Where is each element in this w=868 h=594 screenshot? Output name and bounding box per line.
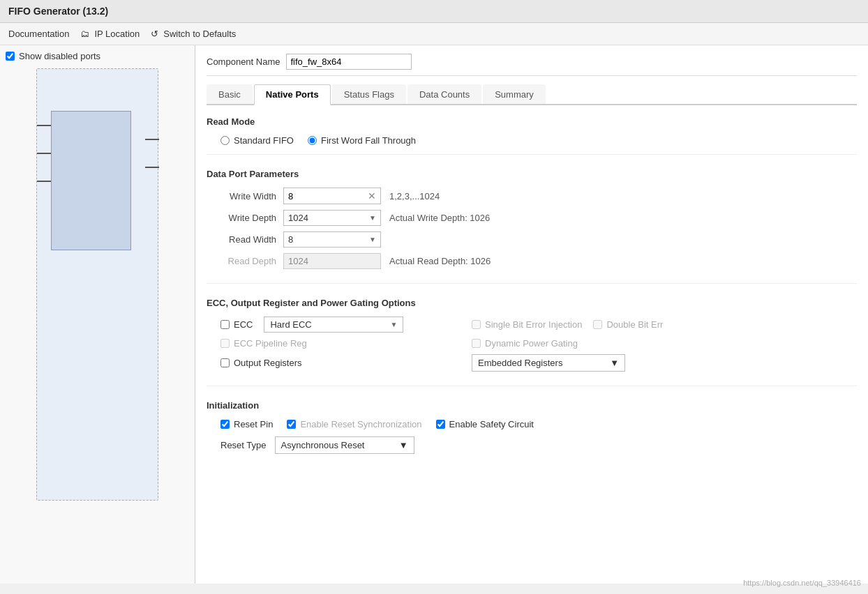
- refresh-icon: ↺: [151, 29, 158, 39]
- read-width-row: Read Width 8 ▼: [207, 231, 857, 247]
- main-layout: Show disabled ports Component Name Bas: [0, 45, 868, 584]
- clear-write-width-btn[interactable]: ✕: [365, 190, 379, 201]
- right-panel: Component Name Basic Native Ports Status…: [195, 45, 868, 584]
- output-registers-row: Output Registers Embedded Registers ▼: [207, 354, 857, 372]
- write-depth-arrow-icon: ▼: [369, 214, 376, 222]
- ecc-section: ECC, Output Register and Power Gating Op…: [207, 298, 857, 386]
- reset-type-dropdown[interactable]: Asynchronous Reset ▼: [275, 436, 414, 454]
- port-line: [37, 153, 51, 154]
- tab-summary[interactable]: Summary: [483, 84, 546, 104]
- ecc-pipeline-row: ECC Pipeline Reg Dynamic Power Gating: [207, 338, 857, 349]
- ecc-pipeline-right: Dynamic Power Gating: [472, 338, 857, 349]
- write-depth-hint: Actual Write Depth: 1026: [389, 213, 490, 223]
- output-registers-checkbox[interactable]: [220, 358, 230, 367]
- read-depth-value: 1024: [288, 256, 376, 266]
- ecc-section-title: ECC, Output Register and Power Gating Op…: [207, 298, 857, 308]
- read-mode-section: Read Mode Standard FIFO First Word Fall …: [207, 116, 857, 155]
- read-depth-row: Read Depth 1024 Actual Read Depth: 1026: [207, 253, 857, 269]
- read-width-arrow-icon: ▼: [369, 236, 376, 243]
- enable-reset-sync-label: Enable Reset Synchronization: [287, 419, 421, 429]
- enable-safety-label[interactable]: Enable Safety Circuit: [436, 419, 534, 429]
- dynamic-power-text: Dynamic Power Gating: [485, 338, 578, 349]
- reset-type-arrow-icon: ▼: [399, 440, 408, 450]
- tab-data-counts[interactable]: Data Counts: [407, 84, 481, 104]
- write-width-hint: 1,2,3,...1024: [389, 191, 440, 201]
- data-port-title: Data Port Parameters: [207, 169, 857, 179]
- port-line: [145, 139, 159, 140]
- reset-pin-checkbox[interactable]: [220, 420, 230, 429]
- radio-fwft-label: First Word Fall Through: [321, 135, 416, 146]
- title-bar: FIFO Generator (13.2): [0, 0, 868, 23]
- double-bit-checkbox: [593, 320, 602, 329]
- read-width-value: 8: [288, 234, 369, 245]
- switch-defaults-link[interactable]: ↺ Switch to Defaults: [151, 29, 236, 39]
- left-panel: Show disabled ports: [0, 45, 195, 584]
- radio-fwft[interactable]: First Word Fall Through: [308, 135, 416, 146]
- switch-defaults-label: Switch to Defaults: [163, 29, 236, 39]
- documentation-label: Documentation: [8, 29, 69, 39]
- component-name-label: Component Name: [207, 56, 280, 67]
- ecc-pipeline-label: ECC Pipeline Reg: [220, 338, 307, 349]
- output-registers-text: Output Registers: [234, 358, 302, 368]
- enable-reset-sync-text: Enable Reset Synchronization: [300, 419, 421, 429]
- tab-basic[interactable]: Basic: [207, 84, 253, 104]
- output-reg-right: Embedded Registers ▼: [472, 354, 857, 372]
- embedded-dropdown-arrow-icon: ▼: [610, 358, 619, 368]
- ip-location-label: IP Location: [94, 29, 140, 39]
- app-title: FIFO Generator (13.2): [8, 6, 860, 17]
- write-depth-dropdown[interactable]: 1024 ▼: [283, 210, 381, 226]
- write-width-row: Write Width ✕ 1,2,3,...1024: [207, 188, 857, 204]
- show-disabled-checkbox[interactable]: [6, 52, 15, 61]
- port-line: [145, 167, 159, 168]
- reset-pin-text: Reset Pin: [234, 419, 273, 429]
- tabs-bar: Basic Native Ports Status Flags Data Cou…: [207, 84, 857, 105]
- ecc-dropdown[interactable]: Hard ECC ▼: [264, 317, 403, 333]
- component-name-input[interactable]: [286, 54, 412, 70]
- write-width-label: Write Width: [207, 191, 283, 201]
- output-registers-label[interactable]: Output Registers: [220, 358, 472, 368]
- write-width-input[interactable]: [288, 191, 365, 201]
- enable-reset-sync-checkbox: [287, 420, 296, 429]
- folder-icon: 🗂: [80, 29, 89, 39]
- radio-standard-fifo-input[interactable]: [220, 136, 230, 145]
- ecc-checkbox[interactable]: [220, 320, 230, 329]
- ip-location-link[interactable]: 🗂 IP Location: [80, 29, 140, 39]
- reset-type-row: Reset Type Asynchronous Reset ▼: [207, 436, 857, 454]
- ecc-checkbox-label[interactable]: ECC: [220, 319, 253, 330]
- radio-standard-fifo[interactable]: Standard FIFO: [220, 135, 294, 146]
- tab-status-flags[interactable]: Status Flags: [332, 84, 406, 104]
- single-bit-label: Single Bit Error Injection: [472, 319, 582, 330]
- watermark: https://blog.csdn.net/qq_33946416: [743, 579, 861, 587]
- tab-native-ports[interactable]: Native Ports: [254, 84, 331, 105]
- read-width-dropdown[interactable]: 8 ▼: [283, 231, 381, 247]
- write-depth-label: Write Depth: [207, 213, 283, 223]
- reset-type-value: Asynchronous Reset: [281, 440, 365, 450]
- read-mode-radio-group: Standard FIFO First Word Fall Through: [207, 135, 857, 146]
- read-depth-hint: Actual Read Depth: 1026: [389, 256, 491, 266]
- ecc-label: ECC: [234, 319, 253, 330]
- ecc-pipeline-checkbox: [220, 339, 230, 348]
- enable-safety-checkbox[interactable]: [436, 420, 445, 429]
- ecc-dropdown-value: Hard ECC: [270, 319, 390, 330]
- initialization-title: Initialization: [207, 400, 857, 411]
- ecc-pipeline-text: ECC Pipeline Reg: [234, 338, 307, 349]
- single-bit-checkbox: [472, 320, 481, 329]
- embedded-registers-value: Embedded Registers: [478, 358, 562, 368]
- port-line: [37, 181, 51, 182]
- radio-fwft-input[interactable]: [308, 136, 317, 145]
- reset-pin-label[interactable]: Reset Pin: [220, 419, 273, 429]
- initialization-checkboxes-row: Reset Pin Enable Reset Synchronization E…: [207, 419, 857, 429]
- component-name-row: Component Name: [207, 54, 857, 76]
- ecc-left-col: ECC Hard ECC ▼: [220, 317, 472, 333]
- output-reg-left: Output Registers: [220, 358, 472, 368]
- radio-standard-fifo-label: Standard FIFO: [234, 135, 294, 146]
- double-bit-error-label: Double Bit Err: [606, 319, 663, 330]
- read-width-label: Read Width: [207, 234, 283, 245]
- documentation-link[interactable]: Documentation: [8, 29, 69, 39]
- ecc-right-col: Single Bit Error Injection Double Bit Er…: [472, 319, 857, 330]
- show-disabled-label[interactable]: Show disabled ports: [19, 51, 100, 61]
- embedded-registers-dropdown[interactable]: Embedded Registers ▼: [472, 354, 625, 372]
- write-width-field[interactable]: ✕: [283, 188, 381, 204]
- ecc-pipeline-left: ECC Pipeline Reg: [220, 338, 472, 349]
- data-port-section: Data Port Parameters Write Width ✕ 1,2,3…: [207, 169, 857, 284]
